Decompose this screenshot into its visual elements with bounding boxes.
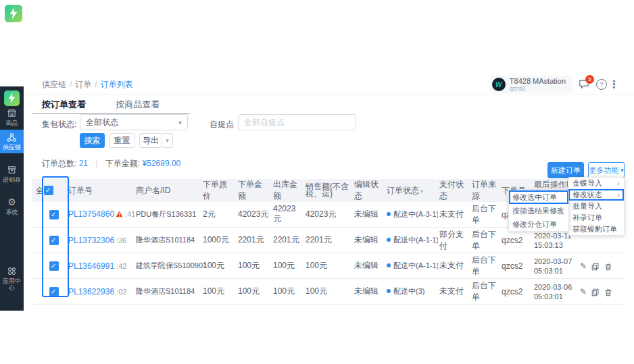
order-amount-cell: 100元 — [237, 253, 272, 279]
outbound-cell: 2201元 — [272, 228, 304, 253]
order-status-cell: 配送中(A-1-1) — [385, 253, 438, 279]
col-outbound-amount: 出库金额 — [272, 179, 304, 202]
breadcrumb-separator: / — [70, 80, 72, 89]
row-checkbox[interactable]: ✓ — [49, 261, 59, 271]
sidebar-item-system[interactable]: ⚙ 系统 — [0, 194, 24, 218]
search-button[interactable]: 搜索 — [80, 133, 105, 148]
pay-status-cell: 部分支付 — [438, 228, 470, 253]
menu-item-supplement-order[interactable]: 补录订单 — [568, 212, 624, 224]
chevron-down-icon: ▾ — [178, 119, 182, 126]
copy-icon[interactable] — [591, 287, 600, 296]
order-link[interactable]: PL13732306 — [68, 236, 114, 245]
edit-status-cell: 未编辑 — [353, 253, 385, 279]
menu-item-label: 修改分仓订单 — [512, 217, 557, 231]
status-text: 配送中(3) — [393, 287, 424, 295]
order-link[interactable]: PL13646991 — [68, 261, 114, 271]
menu-item-modify-warehouse-orders[interactable]: 修改分仓订单 — [509, 217, 568, 231]
sidebar-label: 商品 — [2, 120, 22, 126]
status-dot — [387, 212, 391, 216]
breadcrumb: 供应链 / 订单 / 订单列表 — [42, 74, 133, 95]
col-order-status: 订单状态▾ — [385, 179, 438, 202]
app-logo-icon — [5, 5, 22, 22]
merchant-cell: 隆华酒店S101184 — [135, 279, 201, 305]
menu-item-label: 修改状态 — [572, 189, 602, 201]
pay-status-cell: 未支付 — [438, 202, 470, 228]
messages-icon[interactable]: 5 — [579, 79, 589, 90]
more-features-menu: 金蝶导入 › 修改状态 › 批量导入 补录订单 获取银豹订单 — [568, 177, 625, 236]
menu-item-kingdee-import[interactable]: 金蝶导入 › — [568, 178, 624, 189]
warning-icon — [116, 210, 123, 219]
order-amount-cell: 2201元 — [237, 228, 272, 253]
package-status-value: 全部状态 — [86, 117, 118, 128]
sidebar: 商品 供应链 进销存 ⚙ 系统 应用中心 — [0, 86, 24, 311]
edit-icon[interactable]: ✎ — [580, 261, 587, 271]
menu-item-label: 补录订单 — [572, 212, 602, 224]
check-icon: ✓ — [51, 236, 56, 245]
order-link[interactable]: PL13754860 — [68, 209, 114, 219]
row-checkbox[interactable]: ✓ — [49, 287, 59, 296]
order-status-cell: 配送中(A-1-1) — [385, 228, 438, 253]
package-status-select[interactable]: 全部状态 ▾ — [80, 114, 188, 130]
source-cell: 后台下单 — [470, 202, 500, 228]
sidebar-item-app-center[interactable]: 应用中心 — [0, 263, 24, 294]
sidebar-item-goods[interactable]: 商品 — [0, 105, 24, 129]
inventory-icon — [7, 165, 17, 175]
tab-product-view[interactable]: 按商品查看 — [116, 99, 160, 111]
delete-icon[interactable] — [604, 261, 612, 271]
outbound-cell: 100元 — [272, 253, 304, 279]
breadcrumb-orders[interactable]: 订单 — [75, 79, 91, 90]
delete-icon[interactable] — [604, 287, 612, 296]
help-icon[interactable]: ? — [596, 79, 607, 90]
message-count-badge: 5 — [585, 75, 594, 84]
sidebar-item-inventory[interactable]: 进销存 — [0, 162, 24, 186]
chevron-right-icon: › — [617, 178, 620, 189]
new-order-button[interactable]: 新建订单 — [547, 162, 584, 178]
pickup-input[interactable] — [238, 114, 356, 130]
edit-icon[interactable]: ✎ — [580, 287, 587, 296]
sales-cell: 42023元 — [304, 202, 353, 228]
export-dropdown-button[interactable]: ▾ — [162, 133, 173, 148]
menu-item-batch-import[interactable]: 批量导入 — [568, 201, 624, 212]
row-checkbox[interactable]: ✓ — [49, 210, 59, 219]
reset-button[interactable]: 重置 — [109, 133, 135, 148]
menu-item-fetch-pospal-orders[interactable]: 获取银豹订单 — [568, 224, 624, 235]
pickup-label: 自提点 — [210, 119, 234, 130]
sidebar-logo-icon[interactable] — [4, 90, 20, 106]
package-status-label: 集包状态: — [42, 119, 76, 130]
outbound-cell: 42023元 — [272, 202, 304, 228]
export-button[interactable]: 导出 — [139, 133, 162, 148]
chevron-right-icon: › — [617, 189, 620, 201]
col-merchant: 商户名/ID — [135, 179, 201, 202]
edit-status-cell: 未编辑 — [353, 279, 385, 305]
user-menu[interactable]: W T8428 MAstation qzcs2 — [490, 76, 572, 93]
select-all-checkbox[interactable]: ✓ — [44, 186, 53, 195]
menu-item-label: 按筛选结果修改 — [512, 204, 564, 217]
app-grid-icon — [7, 266, 17, 276]
order-status-header-label: 订单状态 — [387, 186, 419, 195]
goods-icon — [7, 108, 17, 118]
more-features-button[interactable]: 更多功能 ▾ — [588, 162, 625, 178]
sidebar-label: 进销存 — [2, 176, 22, 183]
status-dot — [387, 238, 391, 242]
sidebar-item-supply-chain[interactable]: 供应链 — [0, 130, 24, 153]
menu-item-modify-status[interactable]: 修改状态 › — [568, 189, 624, 201]
pay-status-cell: 未支付 — [438, 279, 470, 305]
copy-icon[interactable] — [591, 261, 600, 271]
status-text: 配送中(A-1-1) — [393, 236, 438, 244]
more-vertical-icon[interactable]: ⋮ — [609, 79, 619, 90]
row-checkbox[interactable]: ✓ — [49, 236, 59, 245]
menu-item-modify-by-filter[interactable]: 按筛选结果修改 — [509, 204, 568, 217]
breadcrumb-supply-chain[interactable]: 供应链 — [42, 79, 66, 90]
summary-divider: | — [95, 159, 97, 168]
order-amount-label: 下单金额: — [105, 159, 140, 168]
merchant-cell: 隆华酒店S101184 — [135, 228, 201, 253]
merchant-cell: PDU餐厅S136331 — [135, 202, 201, 228]
user-name: T8428 MAstation — [510, 77, 566, 85]
check-icon: ✓ — [51, 261, 56, 271]
order-time-suffix: :02 — [116, 288, 126, 296]
order-link[interactable]: PL13622936 — [68, 287, 114, 296]
edit-status-cell: 未编辑 — [353, 228, 385, 253]
order-time-suffix: :42 — [116, 262, 126, 270]
menu-item-modify-selected-orders[interactable]: 修改选中订单 — [509, 190, 568, 204]
tab-order-view[interactable]: 按订单查看 — [42, 99, 86, 111]
